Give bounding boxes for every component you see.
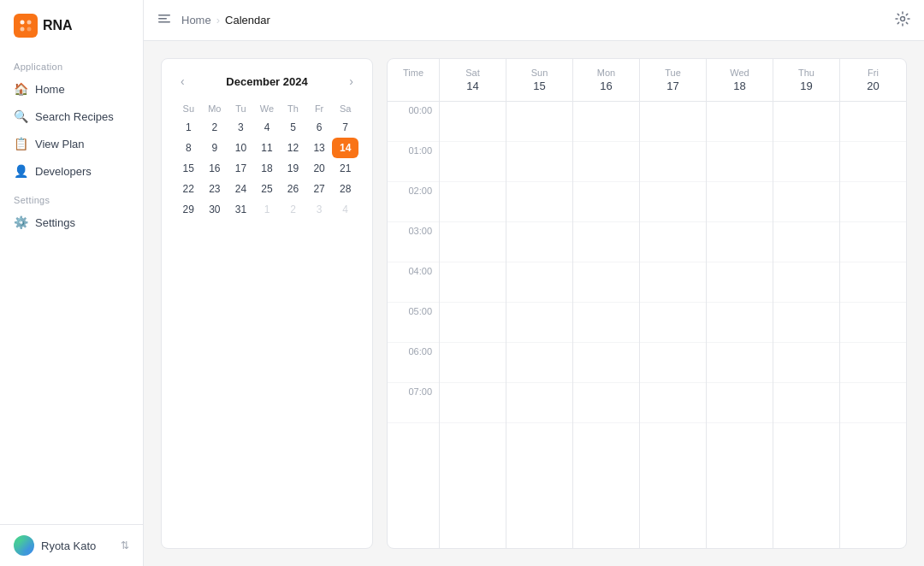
calendar-day[interactable]: 28 — [332, 179, 358, 199]
day-cell[interactable] — [573, 142, 639, 182]
calendar-day[interactable]: 27 — [306, 179, 333, 199]
sidebar-item-view-plan[interactable]: 📋 View Plan — [0, 130, 143, 157]
day-cell[interactable] — [506, 102, 572, 142]
user-profile[interactable]: Ryota Kato ⇅ — [0, 524, 143, 566]
calendar-day[interactable]: 24 — [228, 179, 254, 199]
day-cell[interactable] — [440, 222, 506, 262]
calendar-day[interactable]: 20 — [306, 158, 333, 179]
day-cell[interactable] — [840, 262, 906, 303]
calendar-day[interactable]: 2 — [280, 199, 306, 220]
day-cell[interactable] — [506, 343, 572, 383]
day-cell[interactable] — [707, 343, 773, 383]
sidebar-item-settings[interactable]: ⚙️ Settings — [0, 209, 143, 236]
day-cell[interactable] — [773, 343, 839, 383]
day-cell[interactable] — [573, 182, 639, 222]
day-cell[interactable] — [440, 343, 506, 383]
day-cell[interactable] — [573, 262, 639, 303]
day-cell[interactable] — [506, 383, 572, 423]
day-cell[interactable] — [707, 383, 773, 423]
day-cell[interactable] — [440, 102, 506, 142]
day-cell[interactable] — [573, 343, 639, 383]
calendar-day[interactable]: 21 — [332, 158, 358, 179]
day-cell[interactable] — [773, 222, 839, 262]
day-cell[interactable] — [573, 303, 639, 343]
sidebar-item-home[interactable]: 🏠 Home — [0, 75, 143, 103]
day-cell[interactable] — [773, 142, 839, 182]
sidebar-item-search-recipes[interactable]: 🔍 Search Recipes — [0, 103, 143, 130]
day-cell[interactable] — [840, 303, 906, 343]
day-cell[interactable] — [440, 303, 506, 343]
day-cell[interactable] — [440, 262, 506, 303]
calendar-day[interactable]: 3 — [228, 117, 254, 138]
day-cell[interactable] — [573, 222, 639, 262]
calendar-day[interactable]: 31 — [228, 199, 254, 220]
day-cell[interactable] — [840, 182, 906, 222]
day-cell[interactable] — [707, 182, 773, 222]
day-cell[interactable] — [506, 303, 572, 343]
calendar-day[interactable]: 30 — [202, 199, 228, 220]
calendar-day[interactable]: 5 — [280, 117, 306, 138]
calendar-day[interactable]: 1 — [175, 117, 202, 138]
calendar-day[interactable]: 25 — [254, 179, 281, 199]
breadcrumb-home[interactable]: Home — [181, 14, 211, 27]
day-cell[interactable] — [840, 383, 906, 423]
sidebar-item-developers[interactable]: 👤 Developers — [0, 157, 143, 185]
calendar-day[interactable]: 23 — [202, 179, 228, 199]
day-cell[interactable] — [440, 182, 506, 222]
day-cell[interactable] — [773, 262, 839, 303]
day-cell[interactable] — [506, 262, 572, 303]
calendar-day[interactable]: 26 — [280, 179, 306, 199]
calendar-day[interactable]: 4 — [254, 117, 281, 138]
calendar-day[interactable]: 13 — [306, 138, 333, 158]
calendar-day[interactable]: 7 — [332, 117, 358, 138]
day-cell[interactable] — [506, 142, 572, 182]
day-cell[interactable] — [773, 102, 839, 142]
calendar-day[interactable]: 29 — [175, 199, 202, 220]
calendar-day[interactable]: 14 — [332, 138, 358, 158]
calendar-day[interactable]: 8 — [175, 138, 202, 158]
settings-gear-icon[interactable] — [895, 11, 910, 30]
calendar-day[interactable]: 12 — [280, 138, 306, 158]
day-cell[interactable] — [773, 383, 839, 423]
calendar-day[interactable]: 6 — [306, 117, 333, 138]
calendar-day[interactable]: 17 — [228, 158, 254, 179]
day-cell[interactable] — [640, 383, 706, 423]
day-cell[interactable] — [640, 102, 706, 142]
day-cell[interactable] — [707, 262, 773, 303]
day-cell[interactable] — [707, 102, 773, 142]
day-cell[interactable] — [707, 222, 773, 262]
calendar-day[interactable]: 22 — [175, 179, 202, 199]
sidebar-toggle-button[interactable] — [157, 12, 171, 29]
calendar-day[interactable]: 11 — [254, 138, 281, 158]
day-cell[interactable] — [840, 102, 906, 142]
calendar-day[interactable]: 16 — [202, 158, 228, 179]
day-cell[interactable] — [840, 343, 906, 383]
next-month-button[interactable]: › — [344, 73, 358, 90]
day-cell[interactable] — [773, 303, 839, 343]
prev-month-button[interactable]: ‹ — [175, 73, 190, 90]
calendar-day[interactable]: 4 — [332, 199, 358, 220]
calendar-day[interactable]: 3 — [306, 199, 333, 220]
day-cell[interactable] — [707, 303, 773, 343]
day-cell[interactable] — [440, 383, 506, 423]
calendar-day[interactable]: 1 — [254, 199, 281, 220]
day-cell[interactable] — [640, 303, 706, 343]
day-cell[interactable] — [840, 142, 906, 182]
day-cell[interactable] — [640, 142, 706, 182]
day-cell[interactable] — [440, 142, 506, 182]
calendar-day[interactable]: 10 — [228, 138, 254, 158]
day-cell[interactable] — [840, 222, 906, 262]
calendar-day[interactable]: 15 — [175, 158, 202, 179]
calendar-day[interactable]: 2 — [202, 117, 228, 138]
day-cell[interactable] — [640, 343, 706, 383]
day-cell[interactable] — [573, 383, 639, 423]
calendar-day[interactable]: 19 — [280, 158, 306, 179]
day-cell[interactable] — [640, 262, 706, 303]
day-cell[interactable] — [573, 102, 639, 142]
calendar-day[interactable]: 9 — [202, 138, 228, 158]
day-cell[interactable] — [707, 142, 773, 182]
calendar-day[interactable]: 18 — [254, 158, 281, 179]
day-cell[interactable] — [506, 222, 572, 262]
day-cell[interactable] — [640, 222, 706, 262]
day-cell[interactable] — [773, 182, 839, 222]
